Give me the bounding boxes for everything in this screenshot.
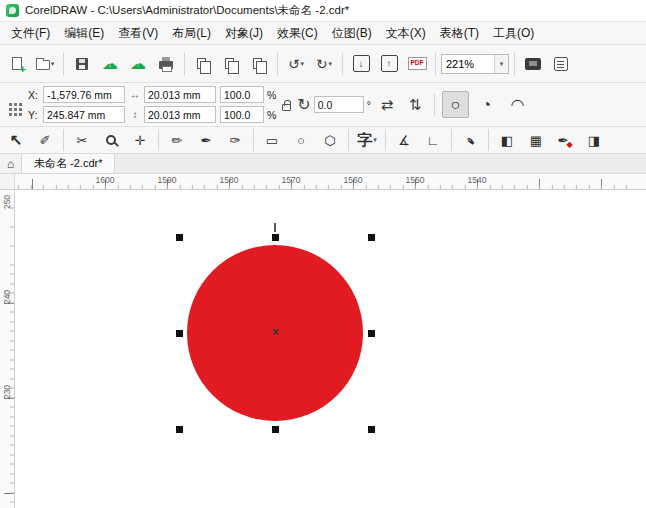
ellipse-tool[interactable]: ○ [287, 128, 315, 153]
menu-effects[interactable]: 效果(C) [270, 22, 325, 45]
import-button[interactable]: ↓ [348, 50, 374, 78]
freehand-tool[interactable]: ✏ [163, 128, 191, 153]
dimension-tool[interactable]: ∡ [390, 128, 418, 153]
selection-handle-top-left[interactable] [176, 234, 183, 241]
selection-handle-middle-right[interactable] [368, 330, 375, 337]
home-button[interactable]: ⌂ [0, 154, 22, 173]
object-width-input[interactable] [144, 86, 216, 103]
fullscreen-preview-button[interactable] [520, 50, 546, 78]
shape-tool[interactable]: ✐ [31, 128, 59, 153]
eyedropper-tool[interactable]: ✒ [456, 128, 484, 153]
object-center-marker[interactable]: × [269, 325, 282, 338]
print-icon [159, 61, 173, 69]
connector-tool[interactable]: ∟ [419, 128, 447, 153]
fullscreen-icon [525, 58, 541, 70]
ruler-tick-label: 1560 [341, 175, 365, 185]
interactive-fill-tool[interactable]: ◧ [493, 128, 521, 153]
ruler-origin-corner[interactable] [0, 174, 15, 190]
vertical-ruler[interactable]: 250 240 230 [0, 190, 15, 508]
chevron-down-icon[interactable]: ▾ [494, 55, 508, 73]
rectangle-tool[interactable]: ▭ [258, 128, 286, 153]
cut-button[interactable] [190, 50, 216, 78]
menu-text[interactable]: 文本(X) [379, 22, 433, 45]
crop-tool[interactable]: ✂ [68, 128, 96, 153]
print-button[interactable] [153, 50, 179, 78]
horizontal-ruler[interactable]: 1600 1590 1580 1570 1560 1550 1540 [15, 174, 646, 190]
toolbox-separator [451, 129, 452, 151]
toolbox-separator [348, 129, 349, 151]
menu-file[interactable]: 文件(F) [4, 22, 57, 45]
y-position-input[interactable] [43, 106, 125, 123]
ruler-tick-label: 1550 [403, 175, 427, 185]
text-tool[interactable]: 字▾ [353, 128, 381, 153]
selection-handle-bottom-right[interactable] [368, 426, 375, 433]
pan-tool[interactable]: ✛ [126, 128, 154, 153]
open-button[interactable]: ▾ [32, 50, 58, 78]
selection-handle-bottom-center[interactable] [272, 426, 279, 433]
selection-handle-middle-left[interactable] [176, 330, 183, 337]
selection-handle-top-center[interactable] [272, 234, 279, 241]
new-document-button[interactable] [4, 50, 30, 78]
degree-label: ° [367, 99, 371, 111]
copy-button[interactable] [218, 50, 244, 78]
size-fields: ↔ ↕ [129, 86, 216, 123]
mirror-horizontal-button[interactable]: ⇄ [375, 92, 399, 118]
paste-button[interactable] [246, 50, 272, 78]
cut-icon [197, 58, 206, 69]
bezier-tool[interactable]: ✒ [192, 128, 220, 153]
menu-layout[interactable]: 布局(L) [165, 22, 218, 45]
menu-view[interactable]: 查看(V) [111, 22, 165, 45]
redo-button[interactable]: ↻▾ [311, 50, 337, 78]
polygon-tool[interactable]: ⬡ [316, 128, 344, 153]
artistic-media-tool[interactable]: ✑ [221, 128, 249, 153]
save-icon [76, 58, 88, 70]
toolbox-separator [253, 129, 254, 151]
canvas-row: 250 240 230 × [0, 190, 646, 508]
mirror-vertical-button[interactable]: ⇅ [403, 92, 427, 118]
menu-bitmaps[interactable]: 位图(B) [325, 22, 379, 45]
position-fields: X: Y: [28, 86, 125, 123]
ellipse-mode-button[interactable]: ○ [442, 91, 469, 118]
menu-table[interactable]: 表格(T) [433, 22, 486, 45]
menu-edit[interactable]: 编辑(E) [57, 22, 111, 45]
publish-to-pdf-button[interactable]: PDF [404, 50, 430, 78]
pie-mode-button[interactable]: ◔ [473, 91, 500, 118]
rotation-angle-input[interactable] [314, 96, 364, 113]
artistic-media-icon: ✑ [230, 133, 241, 148]
lock-ratio-icon[interactable] [282, 104, 291, 111]
object-height-input[interactable] [144, 106, 216, 123]
cloud-upload-icon: ☁↑ [130, 56, 146, 72]
smart-fill-tool[interactable]: ▦ [522, 128, 550, 153]
open-from-cloud-button[interactable]: ☁↓ [97, 50, 123, 78]
zoom-tool-icon [106, 135, 116, 145]
undo-button[interactable]: ↺▾ [283, 50, 309, 78]
percent-label: % [267, 109, 276, 121]
pick-tool[interactable]: ↖ [2, 128, 30, 153]
zoom-level-combo[interactable]: ▾ [441, 54, 509, 74]
arc-mode-button[interactable]: ◠ [504, 91, 531, 118]
menu-object[interactable]: 对象(J) [218, 22, 270, 45]
ellipse-node[interactable] [274, 223, 276, 232]
pdf-icon: PDF [408, 57, 427, 70]
zoom-level-input[interactable] [442, 55, 494, 73]
document-tab-label: 未命名 -2.cdr* [34, 156, 102, 171]
chevron-down-icon: ▾ [329, 60, 333, 68]
drawing-canvas[interactable]: × [15, 190, 646, 508]
selection-handle-bottom-left[interactable] [176, 426, 183, 433]
save-to-cloud-button[interactable]: ☁↑ [125, 50, 151, 78]
zoom-tool[interactable] [97, 128, 125, 153]
selection-handle-top-right[interactable] [368, 234, 375, 241]
application-launcher-button[interactable] [548, 50, 574, 78]
scale-x-input[interactable] [220, 86, 264, 103]
scale-y-input[interactable] [220, 106, 264, 123]
y-position-label: Y: [28, 109, 40, 121]
menu-tools[interactable]: 工具(O) [486, 22, 541, 45]
outline-pen-tool[interactable]: ✒◆ [551, 128, 579, 153]
fill-color-tool[interactable]: ◨ [580, 128, 608, 153]
document-tab[interactable]: 未命名 -2.cdr* [22, 154, 115, 173]
export-button[interactable]: ↑ [376, 50, 402, 78]
x-position-input[interactable] [43, 86, 125, 103]
object-origin-grid-icon[interactable] [9, 103, 12, 106]
toolbox-separator [385, 129, 386, 151]
save-button[interactable] [69, 50, 95, 78]
